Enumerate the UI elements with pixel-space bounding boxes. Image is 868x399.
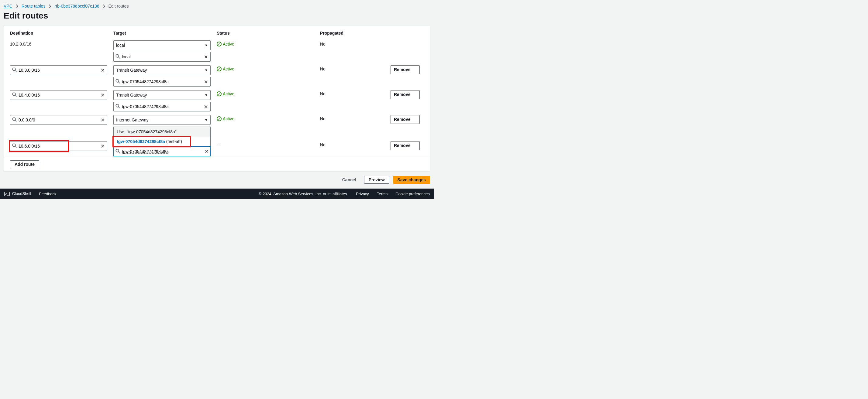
cancel-button[interactable]: Cancel <box>338 176 361 184</box>
target-search-input[interactable] <box>122 104 203 109</box>
remove-button[interactable]: Remove <box>391 65 420 74</box>
action-bar: Cancel Preview Save changes <box>0 172 434 186</box>
clear-icon[interactable]: ✕ <box>203 79 209 85</box>
svg-line-10 <box>119 107 120 108</box>
header-propagated: Propagated <box>320 31 391 36</box>
target-search-input[interactable] <box>122 79 203 84</box>
propagated-value: No <box>320 40 391 46</box>
svg-line-8 <box>15 95 17 97</box>
chevron-right-icon: ❯ <box>16 4 19 8</box>
target-select[interactable]: Internet Gateway ▼ <box>113 115 211 125</box>
dropdown-option-use[interactable]: Use: "tgw-07054d8274298cf8a" <box>114 127 210 137</box>
check-circle-icon: ✓ <box>217 42 222 46</box>
search-icon <box>12 92 17 98</box>
breadcrumb-rtb-id[interactable]: rtb-0be378dbccf07c136 <box>54 4 99 8</box>
dropdown-option-id: tgw-07054d8274298cf8a <box>117 139 165 144</box>
status-active: ✓ Active <box>217 65 234 71</box>
search-icon <box>12 143 17 149</box>
destination-input-wrap[interactable]: ✕ <box>10 65 107 75</box>
svg-line-12 <box>15 120 17 122</box>
destination-input[interactable] <box>19 144 100 148</box>
add-route-row: Add route <box>4 157 430 171</box>
destination-input[interactable] <box>19 118 100 122</box>
target-select[interactable]: Transit Gateway ▼ <box>113 90 211 100</box>
target-search[interactable]: ✕ <box>113 52 211 62</box>
breadcrumb-current: Edit routes <box>108 4 129 8</box>
cookie-preferences-link[interactable]: Cookie preferences <box>395 192 430 196</box>
clear-icon[interactable]: ✕ <box>100 67 105 73</box>
target-dropdown: Use: "tgw-07054d8274298cf8a" tgw-07054d8… <box>113 127 211 156</box>
add-route-button[interactable]: Add route <box>10 160 39 168</box>
target-select[interactable]: Transit Gateway ▼ <box>113 65 211 75</box>
cloudshell-link[interactable]: >_ CloudShell <box>4 191 31 196</box>
svg-point-11 <box>12 118 15 120</box>
target-select[interactable]: local ▼ <box>113 40 211 50</box>
remove-button[interactable]: Remove <box>391 115 420 124</box>
status-dash: – <box>217 140 219 146</box>
clear-icon[interactable]: ✕ <box>100 92 105 98</box>
breadcrumb-route-tables[interactable]: Route tables <box>22 4 45 8</box>
terms-link[interactable]: Terms <box>377 192 388 196</box>
check-circle-icon: ✓ <box>217 67 222 71</box>
svg-line-16 <box>15 146 17 147</box>
propagated-value: No <box>320 141 391 147</box>
cloudshell-icon: >_ <box>4 192 10 196</box>
propagated-value: No <box>320 90 391 96</box>
check-circle-icon: ✓ <box>217 116 222 121</box>
svg-point-3 <box>12 68 15 70</box>
svg-point-5 <box>116 79 119 82</box>
clear-icon[interactable]: ✕ <box>100 117 105 123</box>
privacy-link[interactable]: Privacy <box>356 192 369 196</box>
clear-icon[interactable]: ✕ <box>205 148 209 154</box>
save-changes-button[interactable]: Save changes <box>393 176 430 184</box>
preview-button[interactable]: Preview <box>364 176 389 184</box>
clear-icon[interactable]: ✕ <box>203 104 209 110</box>
target-select-value: Internet Gateway <box>116 118 149 122</box>
destination-static: 10.2.0.0/16 <box>10 40 113 46</box>
destination-input[interactable] <box>19 93 100 97</box>
clear-icon[interactable]: ✕ <box>203 54 209 60</box>
target-search-input[interactable] <box>122 54 203 59</box>
routes-header: Destination Target Status Propagated <box>10 29 424 39</box>
status-active: ✓ Active <box>217 40 234 46</box>
svg-point-15 <box>12 144 15 146</box>
header-status: Status <box>217 31 320 36</box>
svg-line-4 <box>15 70 17 72</box>
svg-point-1 <box>116 54 119 57</box>
triangle-down-icon: ▼ <box>205 68 208 72</box>
dropdown-option-tgw[interactable]: tgw-07054d8274298cf8a (test-att) <box>114 137 210 146</box>
clear-icon[interactable]: ✕ <box>100 143 105 149</box>
svg-point-13 <box>116 149 119 152</box>
footer-bar: >_ CloudShell Feedback © 2024, Amazon We… <box>0 189 434 199</box>
remove-button[interactable]: Remove <box>391 141 420 150</box>
search-icon <box>12 117 17 123</box>
search-icon <box>116 149 120 154</box>
destination-input-wrap[interactable]: ✕ <box>10 141 107 151</box>
search-icon <box>116 54 120 60</box>
header-target: Target <box>113 31 217 36</box>
target-select-value: Transit Gateway <box>116 68 147 73</box>
breadcrumb: VPC ❯ Route tables ❯ rtb-0be378dbccf07c1… <box>0 0 434 10</box>
destination-input[interactable] <box>19 68 100 73</box>
destination-input-wrap[interactable]: ✕ <box>10 115 107 125</box>
search-icon <box>12 67 17 73</box>
dropdown-option-name: (test-att) <box>165 139 182 144</box>
remove-button[interactable]: Remove <box>391 90 420 99</box>
search-icon <box>116 79 120 85</box>
destination-input-wrap[interactable]: ✕ <box>10 90 107 100</box>
breadcrumb-vpc[interactable]: VPC <box>4 4 12 8</box>
svg-line-2 <box>119 57 120 58</box>
target-select-value: local <box>116 43 125 48</box>
dropdown-search[interactable]: ✕ <box>114 146 210 156</box>
target-search[interactable]: ✕ <box>113 102 211 111</box>
feedback-link[interactable]: Feedback <box>39 192 57 196</box>
dropdown-search-input[interactable] <box>122 149 205 154</box>
status-active: ✓ Active <box>217 115 234 121</box>
route-row: 10.2.0.0/16 local ▼ ✕ ✓ Active <box>10 39 424 63</box>
triangle-down-icon: ▼ <box>205 118 208 122</box>
target-search[interactable]: ✕ <box>113 77 211 87</box>
copyright-text: © 2024, Amazon Web Services, Inc. or its… <box>259 192 348 196</box>
svg-point-9 <box>116 104 119 107</box>
chevron-right-icon: ❯ <box>102 4 105 8</box>
route-row: ✕ – No Remove <box>10 139 424 153</box>
